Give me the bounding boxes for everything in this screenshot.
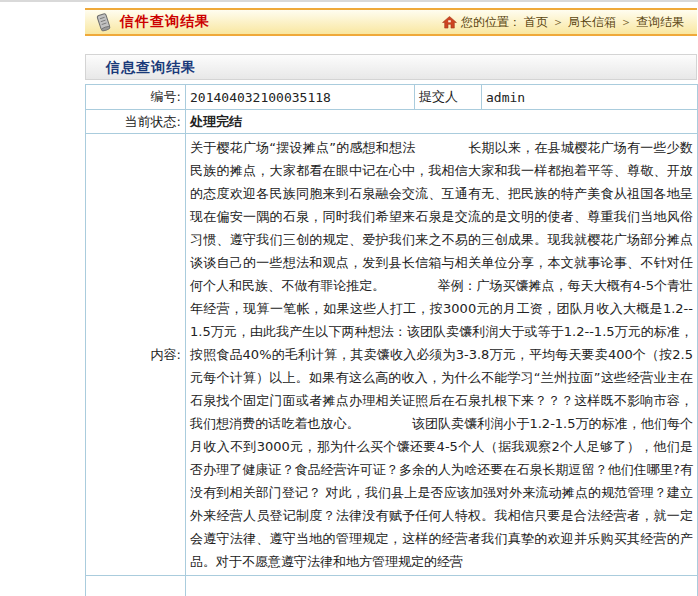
page-container: 信件查询结果 您的位置： 首页 ＞ 局长信箱 ＞ 查询结果 信息查询结果 编号:…: [85, 8, 697, 596]
breadcrumb-home-link[interactable]: 首页: [524, 14, 548, 31]
status-value: 处理完结: [186, 110, 698, 134]
table-row-number: 编号: 201404032100035118 提交人 admin: [86, 85, 698, 110]
result-table: 编号: 201404032100035118 提交人 admin 当前状态: 处…: [85, 84, 698, 596]
home-icon: [442, 16, 457, 29]
submitter-value: admin: [482, 85, 698, 110]
top-divider: [0, 0, 698, 2]
table-row-result: 处理结果: 是的方式的的是否宋德福宋德福 宋德福: [86, 576, 698, 596]
page-title: 信件查询结果: [120, 13, 210, 31]
number-label: 编号:: [86, 85, 186, 110]
breadcrumb-mailbox-link[interactable]: 局长信箱: [568, 14, 616, 31]
status-label: 当前状态:: [86, 110, 186, 134]
table-row-content: 内容: 关于樱花广场“摆设摊点”的感想和想法 长期以来，在县城樱花广场有一些少数…: [86, 134, 698, 576]
breadcrumb-current[interactable]: 查询结果: [636, 14, 684, 31]
content-label: 内容:: [86, 134, 186, 576]
table-row-status: 当前状态: 处理完结: [86, 110, 698, 134]
content-value: 关于樱花广场“摆设摊点”的感想和想法 长期以来，在县城樱花广场有一些少数民族的摊…: [186, 134, 698, 576]
breadcrumb-separator: ＞: [552, 14, 564, 31]
number-value: 201404032100035118: [186, 85, 415, 110]
letter-icon: [93, 12, 113, 32]
breadcrumb-separator: ＞: [620, 14, 632, 31]
submitter-label: 提交人: [415, 85, 482, 110]
breadcrumb-prefix: 您的位置：: [461, 14, 521, 31]
breadcrumb: 您的位置： 首页 ＞ 局长信箱 ＞ 查询结果: [442, 14, 687, 31]
title-bar: 信件查询结果 您的位置： 首页 ＞ 局长信箱 ＞ 查询结果: [85, 8, 697, 36]
section-header: 信息查询结果: [85, 54, 697, 80]
result-label: 处理结果:: [86, 576, 186, 596]
result-value: 是的方式的的是否宋德福宋德福 宋德福: [186, 576, 698, 596]
